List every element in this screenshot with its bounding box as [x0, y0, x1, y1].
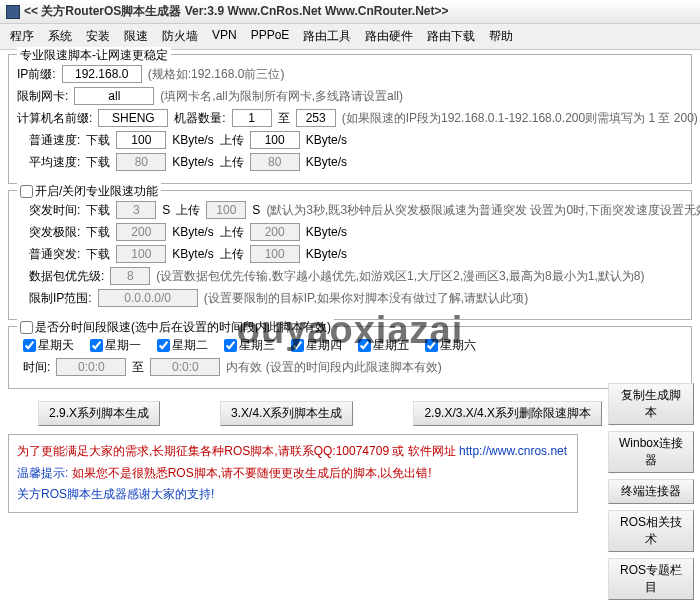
- host-input[interactable]: [98, 109, 168, 127]
- menu-firewall[interactable]: 防火墙: [156, 26, 204, 47]
- gen-3x-button[interactable]: 3.X/4.X系列脚本生成: [220, 401, 353, 426]
- notice-line2b: 如果您不是很熟悉ROS脚本,请不要随便更改生成后的脚本,以免出错!: [72, 466, 432, 480]
- window-title: << 关方RouterOS脚本生成器 Ver:3.9 Www.CnRos.Net…: [24, 3, 449, 20]
- nic-input[interactable]: [74, 87, 154, 105]
- day-thu-checkbox[interactable]: [291, 339, 304, 352]
- notice-line2a: 温馨提示:: [17, 466, 68, 480]
- prio-label: 数据包优先级:: [29, 268, 104, 285]
- day-mon-label: 星期一: [105, 337, 141, 354]
- notice-line1a: 为了更能满足大家的需求,长期征集各种ROS脚本,请联系QQ:10074709 或…: [17, 444, 459, 458]
- burst-lim-label: 突发极限:: [29, 224, 80, 241]
- ul-label-1: 上传: [220, 132, 244, 149]
- pro-enable-label: 开启/关闭专业限速功能: [35, 183, 158, 200]
- group-pro-title: 开启/关闭专业限速功能: [17, 183, 161, 201]
- ip-prefix-input[interactable]: [62, 65, 142, 83]
- speed-avg-dl-input[interactable]: [116, 153, 166, 171]
- qty-to-input[interactable]: [296, 109, 336, 127]
- norm-burst-dl-input[interactable]: [116, 245, 166, 263]
- menu-vpn[interactable]: VPN: [206, 26, 243, 47]
- day-sun-label: 星期天: [38, 337, 74, 354]
- day-sat-checkbox[interactable]: [425, 339, 438, 352]
- norm-burst-ul-input[interactable]: [250, 245, 300, 263]
- kb-3: KByte/s: [172, 155, 213, 169]
- kb-2: KByte/s: [306, 133, 347, 147]
- iprange-hint: (设置要限制的目标IP,如果你对脚本没有做过了解,请默认此项): [204, 290, 528, 307]
- speed-normal-dl-input[interactable]: [116, 131, 166, 149]
- time-to-input[interactable]: [150, 358, 220, 376]
- menu-install[interactable]: 安装: [80, 26, 116, 47]
- speed-normal-ul-input[interactable]: [250, 131, 300, 149]
- kb-4: KByte/s: [306, 155, 347, 169]
- day-fri-label: 星期五: [373, 337, 409, 354]
- kb-1: KByte/s: [172, 133, 213, 147]
- kb-6: KByte/s: [306, 225, 347, 239]
- dl-label-2: 下载: [86, 154, 110, 171]
- del-button[interactable]: 2.9.X/3.X/4.X系列删除限速脚本: [413, 401, 602, 426]
- time-to-label: 至: [132, 359, 144, 376]
- iprange-input[interactable]: [98, 289, 198, 307]
- sec-2: S: [252, 203, 260, 217]
- pro-enable-checkbox[interactable]: [20, 185, 33, 198]
- schedule-enable-checkbox[interactable]: [20, 321, 33, 334]
- speed-avg-label: 平均速度:: [29, 154, 80, 171]
- day-thu-label: 星期四: [306, 337, 342, 354]
- menu-system[interactable]: 系统: [42, 26, 78, 47]
- burst-lim-ul-input[interactable]: [250, 223, 300, 241]
- winbox-button[interactable]: Winbox连接器: [608, 431, 694, 473]
- dl-label-1: 下载: [86, 132, 110, 149]
- kb-5: KByte/s: [172, 225, 213, 239]
- burst-time-hint: (默认为3秒,既3秒钟后从突发极限减速为普通突发 设置为0时,下面突发速度设置无…: [266, 202, 700, 219]
- ul-label-4: 上传: [220, 224, 244, 241]
- burst-lim-dl-input[interactable]: [116, 223, 166, 241]
- burst-time-ul-input[interactable]: [206, 201, 246, 219]
- menu-limit[interactable]: 限速: [118, 26, 154, 47]
- nic-hint: (填网卡名,all为限制所有网卡,多线路请设置all): [160, 88, 403, 105]
- menu-program[interactable]: 程序: [4, 26, 40, 47]
- ul-label-5: 上传: [220, 246, 244, 263]
- day-tue-checkbox[interactable]: [157, 339, 170, 352]
- time-label: 时间:: [23, 359, 50, 376]
- day-tue-label: 星期二: [172, 337, 208, 354]
- sec-1: S: [162, 203, 170, 217]
- app-icon: [6, 5, 20, 19]
- ros-topic-button[interactable]: ROS专题栏目: [608, 558, 694, 600]
- menu-help[interactable]: 帮助: [483, 26, 519, 47]
- qty-hint: (如果限速的IP段为192.168.0.1-192.168.0.200则需填写为…: [342, 110, 698, 127]
- menu-route-hw[interactable]: 路由硬件: [359, 26, 419, 47]
- group-basic: 专业限速脚本-让网速更稳定 IP前缀: (规格如:192.168.0前三位) 限…: [8, 54, 692, 184]
- norm-burst-label: 普通突发:: [29, 246, 80, 263]
- ros-tech-button[interactable]: ROS相关技术: [608, 510, 694, 552]
- day-sun-checkbox[interactable]: [23, 339, 36, 352]
- time-from-input[interactable]: [56, 358, 126, 376]
- day-sat-label: 星期六: [440, 337, 476, 354]
- qty-from-input[interactable]: [232, 109, 272, 127]
- qty-to-label: 至: [278, 110, 290, 127]
- notice-link[interactable]: http://www.cnros.net: [459, 444, 567, 458]
- copy-script-button[interactable]: 复制生成脚本: [608, 383, 694, 425]
- speed-normal-label: 普通速度:: [29, 132, 80, 149]
- day-fri-checkbox[interactable]: [358, 339, 371, 352]
- gen-29-button[interactable]: 2.9.X系列脚本生成: [38, 401, 160, 426]
- menu-route-tools[interactable]: 路由工具: [297, 26, 357, 47]
- ip-prefix-hint: (规格如:192.168.0前三位): [148, 66, 285, 83]
- qty-label: 机器数量:: [174, 110, 225, 127]
- group-schedule: 是否分时间段限速(选中后在设置的时间段内此脚本有效) 星期天 星期一 星期二 星…: [8, 326, 692, 389]
- ul-label-3: 上传: [176, 202, 200, 219]
- prio-input[interactable]: [110, 267, 150, 285]
- kb-7: KByte/s: [172, 247, 213, 261]
- day-wed-checkbox[interactable]: [224, 339, 237, 352]
- side-buttons: 复制生成脚本 Winbox连接器 终端连接器 ROS相关技术 ROS专题栏目: [608, 383, 694, 600]
- speed-avg-ul-input[interactable]: [250, 153, 300, 171]
- day-mon-checkbox[interactable]: [90, 339, 103, 352]
- iprange-label: 限制IP范围:: [29, 290, 92, 307]
- kb-8: KByte/s: [306, 247, 347, 261]
- menu-pppoe[interactable]: PPPoE: [245, 26, 296, 47]
- dl-label-4: 下载: [86, 224, 110, 241]
- group-schedule-title: 是否分时间段限速(选中后在设置的时间段内此脚本有效): [17, 319, 334, 337]
- terminal-button[interactable]: 终端连接器: [608, 479, 694, 504]
- notice-line3: 关方ROS脚本生成器感谢大家的支持!: [17, 484, 569, 506]
- schedule-enable-label: 是否分时间段限速(选中后在设置的时间段内此脚本有效): [35, 319, 331, 336]
- menu-route-dl[interactable]: 路由下载: [421, 26, 481, 47]
- burst-time-dl-input[interactable]: [116, 201, 156, 219]
- ul-label-2: 上传: [220, 154, 244, 171]
